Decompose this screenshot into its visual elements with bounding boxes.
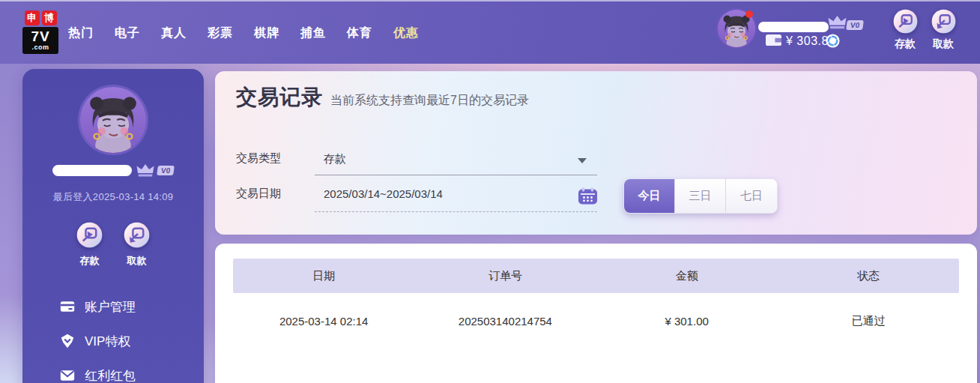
sidebar-item-bonus-redpacket[interactable]: 红利红包 [22, 358, 204, 383]
title-row: 交易记录 当前系统支持查询最近7日的交易记录 [236, 83, 529, 112]
wallet-icon [766, 34, 781, 46]
sidebar-item-label: 账户管理 [85, 298, 136, 316]
vip-level-badge: V0 [157, 166, 175, 175]
logo-badges: 申 博 [25, 10, 57, 25]
site-logo[interactable]: 申 博 7V .com [22, 10, 58, 54]
refresh-balance-icon[interactable] [826, 34, 840, 48]
nav-item-poker[interactable]: 棋牌 [254, 25, 279, 41]
transaction-date-value: 2025/03/14~2025/03/14 [324, 187, 443, 200]
cell-order-no: 202503140214754 [414, 293, 596, 349]
calendar-icon[interactable] [578, 187, 597, 205]
profile-avatar [80, 87, 146, 153]
last-login-text: 最后登入2025-03-14 14:09 [53, 190, 174, 204]
crown-icon [136, 163, 155, 178]
transaction-table-card: 日期 订单号 金额 状态 2025-03-14 02:14 2025031402… [215, 244, 977, 383]
withdraw-icon [931, 9, 956, 34]
sidebar-item-vip-privileges[interactable]: VIP特权 [22, 324, 204, 358]
nav-item-sports[interactable]: 体育 [347, 25, 372, 41]
page-subtitle: 当前系统支持查询最近7日的交易记录 [330, 93, 529, 109]
notification-dot [745, 10, 753, 18]
transaction-date-field[interactable]: 2025/03/14~2025/03/14 [315, 181, 597, 212]
nav-item-promotions[interactable]: 优惠 [393, 25, 419, 41]
nav-item-live[interactable]: 真人 [161, 25, 187, 41]
transaction-filter-card: 交易记录 当前系统支持查询最近7日的交易记录 交易类型 存款 交易日期 2025… [215, 71, 977, 235]
logo-box: 7V .com [22, 27, 58, 54]
logo-suffix: .com [22, 44, 58, 51]
username-censored [52, 165, 132, 176]
transaction-date-label: 交易日期 [236, 187, 281, 201]
deposit-icon [76, 222, 103, 248]
cell-status: 已通过 [778, 293, 959, 349]
quick-actions: 存款 取款 [76, 222, 150, 268]
withdraw-button[interactable]: 取款 [927, 9, 960, 51]
sidebar-item-label: VIP特权 [85, 333, 130, 350]
vip-level-badge: V0 [846, 20, 864, 30]
main-nav: 热门 电子 真人 彩票 棋牌 捕鱼 体育 优惠 [68, 1, 419, 65]
deposit-label: 存款 [80, 254, 100, 268]
cell-amount: ¥ 301.00 [596, 293, 778, 349]
sidebar-deposit-button[interactable]: 存款 [76, 222, 103, 268]
withdraw-label: 取款 [933, 37, 954, 51]
deposit-button[interactable]: 存款 [889, 9, 922, 51]
nav-item-lottery[interactable]: 彩票 [208, 25, 233, 41]
bank-card-icon [60, 299, 75, 314]
deposit-icon [893, 9, 918, 34]
sidebar-menu: 账户管理 VIP特权 红利红包 [22, 289, 204, 383]
sidebar-item-account-management[interactable]: 账户管理 [22, 289, 204, 324]
nav-item-slots[interactable]: 电子 [115, 25, 140, 41]
transaction-table: 日期 订单号 金额 状态 2025-03-14 02:14 2025031402… [233, 259, 959, 349]
transaction-type-select[interactable]: 存款 [315, 146, 597, 175]
chevron-down-icon [578, 158, 587, 163]
nav-item-fishing[interactable]: 捕鱼 [300, 25, 326, 41]
username-censored [758, 22, 829, 32]
range-button-three-days[interactable]: 三日 [675, 179, 726, 213]
sidebar-withdraw-button[interactable]: 取款 [124, 222, 150, 268]
logo-name: 7V [22, 29, 58, 43]
vip-badge-icon [60, 334, 75, 349]
cell-date: 2025-03-14 02:14 [233, 293, 414, 349]
top-navigation-bar: 申 博 7V .com 热门 电子 真人 彩票 棋牌 捕鱼 体育 优惠 V0 ¥… [0, 0, 980, 64]
table-row: 2025-03-14 02:14 202503140214754 ¥ 301.0… [233, 293, 959, 349]
column-header-amount: 金额 [596, 259, 778, 293]
column-header-date: 日期 [233, 259, 414, 293]
deposit-label: 存款 [895, 37, 916, 51]
transaction-type-label: 交易类型 [236, 151, 281, 166]
withdraw-label: 取款 [127, 254, 147, 268]
crown-icon [827, 14, 847, 30]
logo-badge-left: 申 [25, 10, 40, 25]
column-header-status: 状态 [778, 259, 959, 293]
page-title: 交易记录 [236, 83, 323, 112]
profile-username-row: V0 [52, 163, 174, 178]
envelope-icon [60, 368, 75, 383]
nav-item-hot[interactable]: 热门 [68, 25, 94, 41]
transaction-type-value: 存款 [324, 152, 346, 166]
sidebar-item-label: 红利红包 [85, 367, 136, 383]
withdraw-icon [124, 222, 150, 248]
range-button-today[interactable]: 今日 [624, 179, 675, 213]
column-header-order-no: 订单号 [414, 259, 596, 293]
table-header-row: 日期 订单号 金额 状态 [233, 259, 959, 293]
range-button-seven-days[interactable]: 七日 [726, 179, 777, 213]
logo-badge-right: 博 [42, 10, 57, 25]
profile-sidebar: V0 最后登入2025-03-14 14:09 存款 取款 账户管理 VIP特权… [22, 69, 204, 383]
date-range-button-group: 今日 三日 七日 [623, 178, 778, 214]
